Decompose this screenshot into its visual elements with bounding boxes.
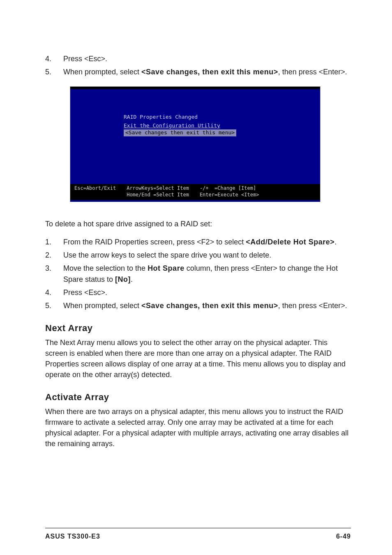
bottom-col-2: ArrowKeys=Select Item Home/End =Select I…	[127, 185, 189, 198]
step-text: .	[334, 238, 337, 246]
step-text: When prompted, select	[63, 68, 141, 76]
steps-list-top: 4.Press <Esc>.5.When prompted, select <S…	[45, 53, 351, 77]
bottom-col-3: -/+ =Change [Item] Enter=Execute <Item>	[200, 185, 259, 198]
step-text: .	[131, 275, 133, 283]
step-number: 5.	[45, 67, 63, 77]
step-item: 1.From the RAID Properties screen, press…	[45, 237, 351, 247]
activate-array-body: When there are two arrays on a physical …	[45, 406, 351, 449]
step-text: , then press <Enter>.	[278, 68, 347, 76]
step-body: From the RAID Properties screen, press <…	[63, 237, 351, 247]
step-body: When prompted, select <Save changes, the…	[63, 300, 351, 311]
step-item: 5.When prompted, select <Save changes, t…	[45, 300, 351, 311]
step-item: 2.Use the arrow keys to select the spare…	[45, 250, 351, 260]
steps-list-bottom: 1.From the RAID Properties screen, press…	[45, 237, 351, 311]
step-body: Press <Esc>.	[63, 53, 351, 64]
raid-selected-option: <Save changes then exit this menu>	[124, 129, 236, 136]
step-text: Press <Esc>.	[63, 288, 107, 297]
footer-left: ASUS TS300-E3	[45, 532, 100, 541]
step-text-bold: Hot Spare	[148, 264, 184, 272]
page: 4.Press <Esc>.5.When prompted, select <S…	[0, 0, 392, 555]
step-text: From the RAID Properties screen, press <…	[63, 238, 246, 246]
step-body: When prompted, select <Save changes, the…	[63, 67, 351, 77]
step-number: 4.	[45, 53, 63, 64]
step-text: Use the arrow keys to select the spare d…	[63, 251, 271, 259]
bios-screenshot-frame: RAID Properties Changed Exit the Configu…	[70, 86, 321, 202]
raid-subtitle: Exit the Configuration Utility	[124, 122, 316, 129]
screenshot-topbar	[70, 87, 320, 89]
step-body: Use the arrow keys to select the spare d…	[63, 250, 351, 260]
step-text: Move the selection to the	[63, 264, 148, 272]
step-text-bold: <Save changes, then exit this menu>	[141, 68, 278, 76]
step-number: 2.	[45, 250, 63, 260]
step-text-bold: <Save changes, then exit this menu>	[141, 302, 278, 310]
step-item: 5.When prompted, select <Save changes, t…	[45, 67, 351, 77]
screenshot-bottom-bar: Esc=Abort/Exit ArrowKeys=Select Item Hom…	[70, 184, 320, 200]
step-body: Press <Esc>.	[63, 287, 351, 298]
page-footer: ASUS TS300-E3 6-49	[45, 528, 351, 541]
bottom-col-1: Esc=Abort/Exit	[74, 185, 116, 198]
step-text: When prompted, select	[63, 302, 141, 310]
footer-right: 6-49	[336, 532, 351, 541]
step-item: 4.Press <Esc>.	[45, 53, 351, 64]
next-array-heading: Next Array	[45, 322, 351, 335]
step-number: 5.	[45, 300, 63, 311]
step-body: Move the selection to the Hot Spare colu…	[63, 263, 351, 284]
step-number: 4.	[45, 287, 63, 298]
step-number: 1.	[45, 237, 63, 247]
delete-intro: To delete a hot spare drive assigned to …	[45, 219, 351, 229]
step-text: Press <Esc>.	[63, 55, 107, 63]
raid-title: RAID Properties Changed	[124, 114, 316, 121]
step-text-bold: <Add/Delete Hot Spare>	[246, 238, 334, 246]
next-array-body: The Next Array menu allows you to select…	[45, 337, 351, 380]
step-text-bold: [No]	[115, 275, 131, 283]
step-number: 3.	[45, 263, 63, 284]
step-item: 4.Press <Esc>.	[45, 287, 351, 298]
activate-array-heading: Activate Array	[45, 391, 351, 404]
bios-screenshot: RAID Properties Changed Exit the Configu…	[70, 87, 320, 202]
step-item: 3.Move the selection to the Hot Spare co…	[45, 263, 351, 284]
step-text: , then press <Enter>.	[278, 302, 347, 310]
